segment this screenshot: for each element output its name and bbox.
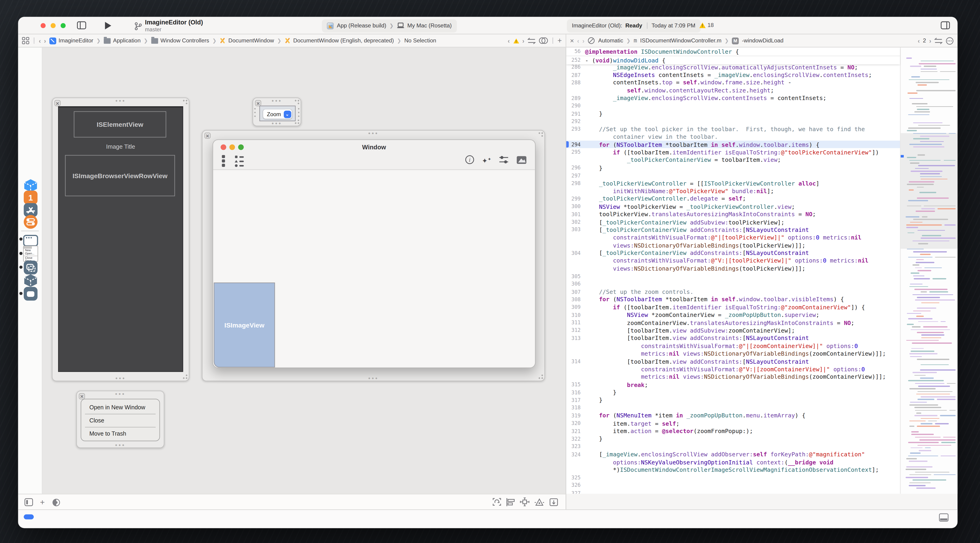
code-line[interactable]: container view in the toolbar.	[566, 133, 900, 140]
issue-warning-icon[interactable]	[513, 38, 519, 43]
editor-back-chevron[interactable]: ‹	[918, 37, 920, 44]
add-constraints-icon[interactable]	[520, 498, 530, 506]
resize-handle-dots[interactable]	[538, 132, 543, 137]
code-line[interactable]: 290	[566, 102, 900, 110]
code-line[interactable]: 326	[566, 481, 900, 489]
close-editor-icon[interactable]: ×	[570, 37, 574, 45]
code-line[interactable]: 287 NSEdgeInsets contentInsets = _imageV…	[566, 71, 900, 79]
drag-handle-dots[interactable]: ●●●	[115, 376, 126, 380]
info-toolbar-icon[interactable]: i	[465, 155, 474, 164]
code-line[interactable]: constraintsWithVisualFormat:@"|[toolPick…	[566, 234, 900, 241]
code-line[interactable]: 292	[566, 117, 900, 125]
jumpbar-scope[interactable]: Automatic	[598, 38, 623, 44]
code-line[interactable]: 316 }	[566, 389, 900, 396]
drag-handle-dots[interactable]: ●●●	[115, 443, 126, 447]
resolve-issues-icon[interactable]	[535, 498, 544, 506]
resize-handle-dots[interactable]	[298, 107, 300, 117]
code-line[interactable]: constraintsWithVisualFormat:@"|[zoomCont…	[566, 342, 900, 350]
image-browser-row-view-box[interactable]: ISImageBrowserViewRowView	[65, 155, 175, 196]
code-line[interactable]: 300 NSView *toolPickerView = _toolPicker…	[566, 202, 900, 210]
list-toggle-toolbar-icon[interactable]	[221, 155, 226, 167]
code-line[interactable]: 318	[566, 404, 900, 412]
code-line[interactable]: 323	[566, 443, 900, 451]
code-line[interactable]: initWithNibName:@"ToolPickerView" bundle…	[566, 187, 900, 195]
back-chevron[interactable]: ‹	[577, 37, 579, 44]
code-line[interactable]: 293 //Set up the tool picker in the tool…	[566, 125, 900, 133]
editor-forward-chevron[interactable]: ›	[929, 37, 931, 44]
drag-handle-dots[interactable]: ●●●	[368, 376, 379, 380]
dock-box-object-icon[interactable]	[23, 286, 38, 301]
code-line[interactable]: 297	[566, 172, 900, 179]
code-line[interactable]: 289 _imageView.enclosingScrollView.conte…	[566, 94, 900, 102]
element-view-inner-box[interactable]: ISElementView	[74, 111, 166, 138]
code-line[interactable]: 302 [_toolPickerContainerView addSubview…	[566, 218, 900, 226]
code-line[interactable]: constraintsWithVisualFormat:@"V:|[toolPi…	[566, 257, 900, 264]
image-title-label[interactable]: Image Title	[59, 143, 183, 150]
scheme-name[interactable]: App (Release build)	[337, 22, 386, 29]
resize-handle-dots[interactable]	[183, 99, 188, 104]
code-line[interactable]: 320 item.target = self;	[566, 419, 900, 427]
close-icon[interactable]: ✕	[255, 100, 261, 106]
forward-chevron[interactable]: ›	[44, 37, 46, 44]
code-lines[interactable]: 286 _imageView.enclosingScrollView.autom…	[566, 63, 900, 494]
code-line[interactable]: 322 }	[566, 435, 900, 443]
next-issue-chevron[interactable]: ›	[522, 37, 524, 44]
adjust-frames-icon[interactable]	[493, 498, 501, 506]
code-line[interactable]: 311 zoomContainerView.translatesAutoresi…	[566, 319, 900, 326]
dock-menu-object-icon[interactable]: New Open... Close Save	[23, 246, 38, 261]
breadcrumb-project[interactable]: ImagineEditor	[49, 37, 93, 44]
ib-object-zoom-popup[interactable]: ✕ ●●● Zoom ⌄ ●●●	[253, 97, 301, 126]
resize-handle-dots[interactable]	[183, 374, 188, 379]
breadcrumb-xib[interactable]: DocumentWindow	[220, 38, 274, 44]
code-line[interactable]: 313 [toolbarItem.view addConstraints:[NS…	[566, 334, 900, 342]
drag-handle-dots[interactable]: ●●●	[115, 392, 126, 395]
minimap-viewport[interactable]	[901, 133, 958, 249]
code-line[interactable]: 305	[566, 272, 900, 280]
element-view-body[interactable]: ISElementView Image Title ISImageBrowser…	[58, 106, 183, 372]
forward-chevron[interactable]: ›	[582, 37, 584, 44]
ib-object-window[interactable]: ✕ ●●● Window	[202, 130, 545, 381]
code-line[interactable]: metrics:nil views:NSDictionaryOfVariable…	[566, 350, 900, 357]
close-traffic-light[interactable]	[41, 23, 46, 28]
close-icon[interactable]: ✕	[54, 100, 60, 106]
jumpbar-file[interactable]: ISDocumentWindowController.m	[640, 38, 722, 44]
resize-handle-dots[interactable]	[294, 99, 299, 104]
code-line[interactable]: 314 [toolbarItem.view addConstraints:[NS…	[566, 357, 900, 365]
scheme-selector[interactable]: App (Release build) ❯ My Mac (Rosetta)	[322, 19, 457, 32]
destination-name[interactable]: My Mac (Rosetta)	[407, 22, 452, 29]
code-line[interactable]: 325	[566, 474, 900, 481]
code-line[interactable]: metrics:nil views:NSDictionaryOfVariable…	[566, 373, 900, 381]
code-line[interactable]: _toolPickerContainerView = toolbarItem.v…	[566, 156, 900, 164]
code-line[interactable]: 307 //Set up the zoom controls.	[566, 288, 900, 295]
code-line[interactable]: 315 break;	[566, 381, 900, 389]
code-line[interactable]: 291 }	[566, 110, 900, 117]
swap-editor-icon[interactable]	[528, 37, 536, 44]
sliders-toolbar-icon[interactable]	[499, 155, 509, 164]
align-icon[interactable]	[506, 498, 515, 506]
code-line[interactable]: 299 _toolPickerViewController.delegate =…	[566, 195, 900, 202]
code-line[interactable]: 294 for (NSToolbarItem *toolbarItem in s…	[566, 140, 900, 148]
dock-controls-object-icon[interactable]	[23, 214, 38, 229]
code-line[interactable]: 298 _toolPickerViewController = [[ISTool…	[566, 179, 900, 187]
zoom-traffic-light[interactable]	[60, 23, 66, 28]
image-toolbar-icon[interactable]	[516, 155, 527, 164]
code-line[interactable]: 304 [_toolPickerContainerView addConstra…	[566, 249, 900, 257]
code-line[interactable]: 319 for (NSMenuItem *item in _zoomPopUpB…	[566, 412, 900, 419]
code-line[interactable]: 327	[566, 489, 900, 494]
is-image-view[interactable]: ISImageView	[214, 283, 275, 368]
jumpbar-symbol[interactable]: -windowDidLoad	[742, 38, 783, 44]
code-line[interactable]: 288 contentInsets.top = self.window.fram…	[566, 79, 900, 86]
sparkles-toolbar-icon[interactable]: ✦✦	[482, 156, 491, 164]
code-line[interactable]: 321 item.action = @selector(zoomFromPopu…	[566, 427, 900, 435]
breadcrumb-group-window-controllers[interactable]: Window Controllers	[151, 38, 209, 44]
breadcrumb-xib-localized[interactable]: DocumentWindow (English, deprecated)	[285, 38, 394, 44]
embed-in-icon[interactable]	[549, 498, 558, 506]
drag-handle-dots[interactable]: ●●●	[272, 99, 282, 102]
breadcrumb-group-application[interactable]: Application	[104, 38, 141, 44]
code-line[interactable]: self.window.contentLayoutRect.size.heigh…	[566, 86, 900, 94]
code-line[interactable]: 295 if ([toolbarItem.itemIdentifier isEq…	[566, 148, 900, 156]
activity-status[interactable]: ImagineEditor (Old): Ready Today at 7:09…	[567, 19, 700, 32]
close-icon[interactable]: ✕	[204, 132, 211, 139]
close-icon[interactable]: ✕	[79, 393, 85, 400]
code-line[interactable]: views:NSDictionaryOfVariableBindings(too…	[566, 264, 900, 272]
